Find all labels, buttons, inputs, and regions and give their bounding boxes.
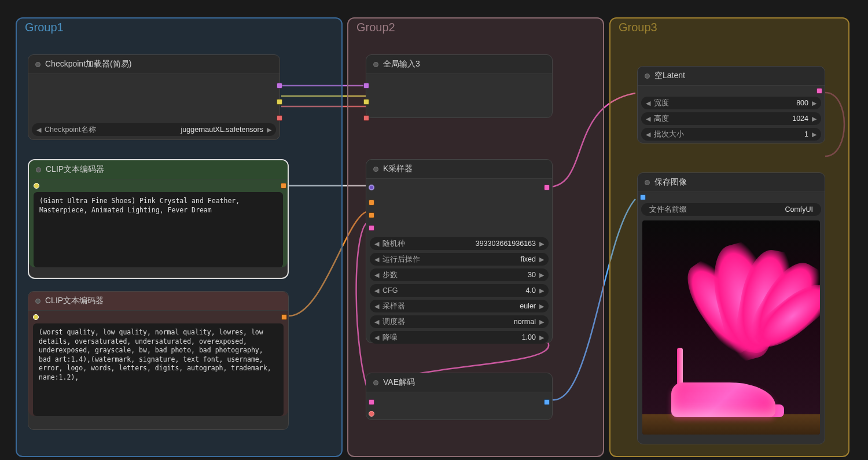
node-header[interactable]: 全局输入3 [366, 55, 552, 74]
arrow-left-icon[interactable]: ◀ [374, 287, 379, 295]
node-header[interactable]: 保存图像 [638, 173, 825, 192]
collapse-dot-icon[interactable] [35, 62, 41, 67]
input-port-images[interactable] [640, 194, 646, 200]
node-clip-text-encode-positive[interactable]: CLIP文本编码器 (Giant Ultra Fine Shoes) Pink … [28, 159, 289, 279]
input-port-negative[interactable] [369, 212, 374, 218]
arrow-right-icon[interactable]: ▶ [812, 115, 816, 123]
output-port-latent[interactable] [544, 185, 550, 190]
node-save-image[interactable]: 保存图像 文件名前缀 ComfyUI [637, 172, 825, 444]
node-title: 保存图像 [654, 177, 687, 187]
node-title: 全局输入3 [383, 59, 420, 69]
cfg-widget[interactable]: ◀CFG4.0▶ [370, 284, 549, 297]
arrow-right-icon[interactable]: ▶ [539, 303, 544, 310]
arrow-left-icon[interactable]: ◀ [646, 100, 650, 107]
collapse-dot-icon[interactable] [645, 73, 650, 79]
filename-prefix-widget[interactable]: 文件名前缀 ComfyUI [641, 203, 821, 216]
steps-widget[interactable]: ◀步数30▶ [370, 268, 549, 281]
arrow-left-icon[interactable]: ◀ [374, 318, 379, 326]
batch-widget[interactable]: ◀批次大小1▶ [641, 128, 821, 141]
prompt-textarea[interactable]: (Giant Ultra Fine Shoes) Pink Crystal an… [34, 192, 283, 267]
widget-label: Checkpoint名称 [45, 125, 96, 135]
node-header[interactable]: CLIP文本编码器 [28, 292, 288, 311]
height-widget[interactable]: ◀高度1024▶ [641, 112, 821, 125]
arrow-right-icon[interactable]: ▶ [539, 256, 544, 263]
arrow-right-icon[interactable]: ▶ [539, 240, 544, 248]
input-port-model[interactable] [369, 185, 374, 190]
node-clip-text-encode-negative[interactable]: CLIP文本编码器 (worst quality, low quality, n… [28, 291, 289, 430]
sampler-widget[interactable]: ◀采样器euler▶ [370, 300, 549, 312]
node-title: K采样器 [383, 164, 413, 174]
arrow-right-icon[interactable]: ▶ [539, 318, 544, 326]
output-port-conditioning[interactable] [281, 314, 287, 320]
node-checkpoint-loader[interactable]: Checkpoint加载器(简易) ◀ Checkpoint名称 juggern… [28, 54, 280, 140]
node-empty-latent[interactable]: 空Latent ◀宽度800▶ ◀高度1024▶ ◀批次大小1▶ [637, 66, 825, 143]
output-image-preview[interactable] [642, 220, 820, 435]
output-port-image[interactable] [544, 399, 550, 405]
collapse-dot-icon[interactable] [36, 167, 41, 172]
input-port-clip[interactable] [34, 183, 39, 189]
node-title: 空Latent [654, 71, 685, 81]
checkpoint-name-widget[interactable]: ◀ Checkpoint名称 juggernautXL.safetensors … [32, 123, 276, 136]
arrow-left-icon[interactable]: ◀ [374, 334, 379, 341]
arrow-left-icon[interactable]: ◀ [646, 131, 650, 138]
arrow-left-icon[interactable]: ◀ [646, 115, 650, 123]
node-title: CLIP文本编码器 [45, 296, 104, 306]
output-port-latent[interactable] [816, 88, 822, 94]
arrow-left-icon[interactable]: ◀ [374, 271, 379, 279]
width-widget[interactable]: ◀宽度800▶ [641, 97, 821, 109]
arrow-left-icon[interactable]: ◀ [374, 256, 379, 263]
input-port-vae[interactable] [363, 115, 369, 121]
arrow-right-icon[interactable]: ▶ [812, 100, 816, 107]
collapse-dot-icon[interactable] [373, 62, 378, 67]
input-port-positive[interactable] [369, 200, 374, 205]
arrow-right-icon[interactable]: ▶ [539, 334, 544, 341]
node-header[interactable]: CLIP文本编码器 [29, 160, 288, 179]
node-header[interactable]: Checkpoint加载器(简易) [28, 55, 279, 74]
arrow-right-icon[interactable]: ▶ [267, 126, 271, 134]
node-global-input[interactable]: 全局输入3 [366, 54, 553, 118]
input-port-clip[interactable] [33, 314, 39, 320]
node-title: Checkpoint加载器(简易) [45, 59, 131, 69]
output-port-clip[interactable] [277, 99, 282, 105]
node-title: VAE解码 [383, 377, 415, 388]
seed-widget[interactable]: ◀随机种393303661936163▶ [370, 237, 549, 250]
arrow-right-icon[interactable]: ▶ [539, 287, 544, 295]
arrow-right-icon[interactable]: ▶ [812, 131, 816, 138]
collapse-dot-icon[interactable] [35, 299, 41, 304]
input-port-vae[interactable] [369, 411, 374, 417]
input-port-samples[interactable] [369, 399, 374, 405]
input-port-model[interactable] [363, 83, 369, 89]
prompt-textarea[interactable]: (worst quality, low quality, normal qual… [33, 323, 284, 416]
collapse-dot-icon[interactable] [373, 167, 378, 172]
arrow-left-icon[interactable]: ◀ [374, 303, 379, 310]
input-port-latent[interactable] [369, 225, 374, 231]
arrow-left-icon[interactable]: ◀ [36, 126, 41, 134]
node-ksampler[interactable]: K采样器 ◀随机种393303661936163▶ ◀运行后操作fixed▶ ◀… [366, 159, 553, 343]
node-vae-decode[interactable]: VAE解码 [366, 373, 553, 420]
arrow-left-icon[interactable]: ◀ [374, 240, 379, 248]
denoise-widget[interactable]: ◀降噪1.00▶ [370, 331, 549, 344]
output-port-model[interactable] [277, 83, 282, 89]
arrow-right-icon[interactable]: ▶ [539, 271, 544, 279]
node-header[interactable]: 空Latent [638, 67, 825, 86]
output-port-conditioning[interactable] [281, 183, 286, 189]
group-title: Group3 [610, 19, 848, 36]
widget-value: juggernautXL.safetensors [100, 126, 263, 134]
node-header[interactable]: VAE解码 [366, 373, 552, 392]
node-header[interactable]: K采样器 [366, 160, 552, 179]
control-after-widget[interactable]: ◀运行后操作fixed▶ [370, 253, 549, 266]
scheduler-widget[interactable]: ◀调度器normal▶ [370, 315, 549, 328]
collapse-dot-icon[interactable] [373, 380, 378, 385]
group-title: Group1 [17, 19, 341, 36]
output-port-vae[interactable] [277, 115, 282, 121]
collapse-dot-icon[interactable] [645, 180, 650, 185]
node-title: CLIP文本编码器 [46, 164, 104, 175]
input-port-clip[interactable] [363, 99, 369, 105]
group-title: Group2 [348, 19, 603, 36]
